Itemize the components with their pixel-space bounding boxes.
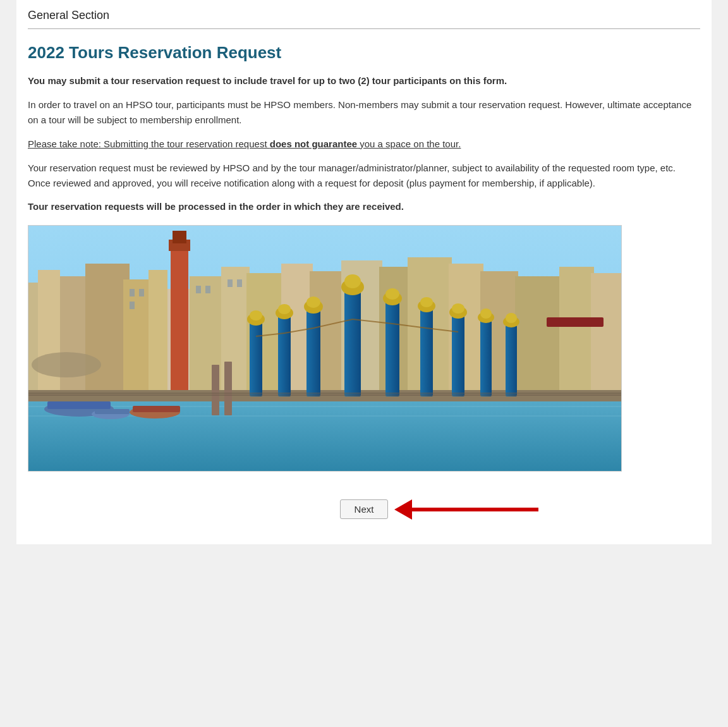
svg-rect-5 (85, 264, 130, 396)
svg-rect-25 (130, 289, 135, 296)
bottom-bar: Next (28, 487, 700, 525)
svg-rect-64 (480, 319, 492, 396)
page-wrapper: General Section 2022 Tours Reservation R… (16, 0, 712, 544)
form-title: 2022 Tours Reservation Request (28, 43, 700, 63)
svg-rect-52 (344, 289, 361, 396)
svg-rect-29 (205, 286, 210, 293)
arrow-line (412, 508, 538, 511)
svg-rect-31 (237, 279, 242, 287)
note-bold: does not guarantee (270, 138, 357, 149)
svg-rect-42 (95, 409, 130, 414)
svg-rect-43 (250, 321, 262, 396)
svg-rect-8 (149, 270, 167, 396)
svg-rect-28 (196, 286, 201, 293)
svg-rect-30 (228, 279, 233, 287)
next-button[interactable]: Next (340, 499, 389, 519)
svg-point-48 (278, 304, 291, 314)
paragraph-1: In order to travel on an HPSO tour, part… (28, 97, 700, 128)
svg-rect-27 (130, 302, 135, 309)
paragraph-2: Your reservation request must be reviewe… (28, 161, 700, 191)
section-title: General Section (28, 9, 700, 22)
svg-rect-22 (515, 276, 562, 396)
process-bold-text: Tour reservation requests will be proces… (28, 200, 700, 214)
note-text: Please take note: Submitting the tour re… (28, 137, 700, 152)
arrow-head-icon (394, 499, 412, 520)
arrow-indicator (396, 499, 538, 520)
svg-rect-70 (212, 365, 219, 415)
svg-point-63 (452, 303, 464, 314)
svg-rect-24 (591, 273, 622, 396)
svg-point-57 (385, 288, 399, 300)
svg-point-45 (250, 310, 262, 321)
svg-point-54 (344, 274, 361, 288)
svg-point-69 (506, 313, 517, 323)
svg-rect-36 (28, 390, 622, 401)
svg-point-60 (420, 297, 433, 307)
svg-point-66 (480, 309, 492, 319)
svg-rect-11 (173, 231, 186, 243)
svg-rect-38 (47, 401, 111, 409)
svg-rect-49 (306, 308, 320, 396)
svg-point-51 (306, 296, 320, 308)
svg-rect-58 (420, 308, 433, 396)
svg-rect-32 (28, 393, 622, 472)
svg-rect-55 (385, 300, 399, 396)
svg-rect-67 (506, 324, 517, 396)
svg-rect-9 (171, 245, 188, 396)
svg-rect-26 (139, 289, 144, 296)
svg-rect-34 (28, 406, 622, 407)
svg-rect-46 (278, 314, 291, 396)
svg-rect-61 (452, 314, 464, 396)
svg-point-6 (32, 352, 101, 377)
svg-rect-71 (224, 362, 232, 415)
venice-svg (28, 226, 622, 472)
note-prefix: Please take note: Submitting the tour re… (28, 138, 270, 149)
venice-image (28, 225, 622, 472)
svg-rect-23 (559, 267, 594, 396)
svg-rect-40 (133, 406, 180, 412)
intro-bold-text: You may submit a tour reservation reques… (28, 74, 700, 89)
note-suffix: you a space on the tour. (357, 138, 461, 149)
svg-rect-78 (547, 317, 604, 327)
header-divider (28, 28, 700, 29)
svg-rect-3 (38, 270, 60, 396)
svg-rect-7 (123, 279, 152, 396)
